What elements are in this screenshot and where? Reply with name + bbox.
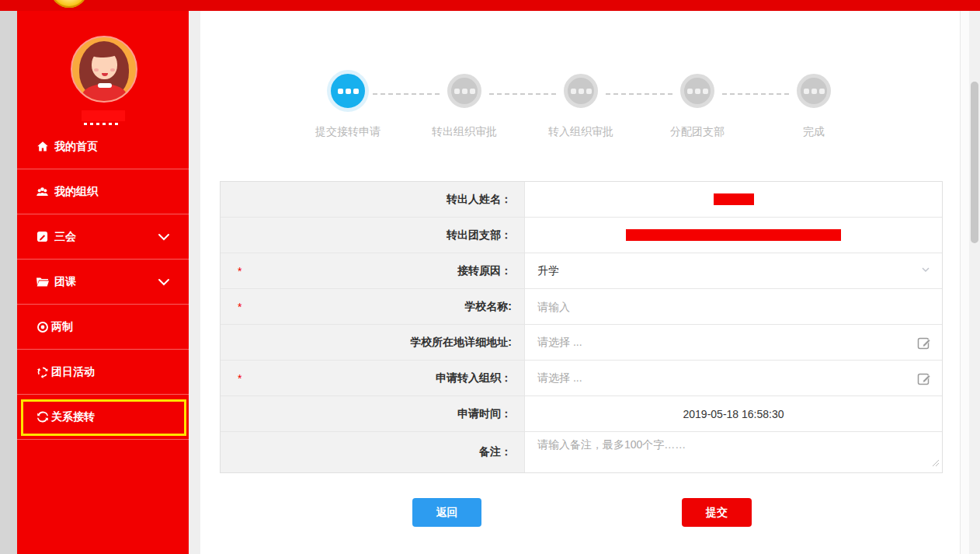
sidebar-item-label: 两制 — [51, 320, 73, 334]
field-label: 接转原因： — [457, 264, 512, 278]
application-time-value: 2019-05-18 16:58:30 — [683, 408, 784, 420]
step-incoming-approval: 转入组织审批 — [523, 74, 639, 139]
step-assign-branch: 分配团支部 — [639, 74, 756, 139]
school-address-picker[interactable]: 请选择 ... — [525, 325, 942, 360]
edit-icon[interactable] — [916, 334, 933, 351]
field-label: 转出人姓名： — [447, 193, 512, 207]
transfer-reason-select[interactable]: 升学 — [525, 253, 942, 288]
sidebar-item-league-class[interactable]: 团课 — [17, 260, 189, 305]
avatar-collar — [98, 83, 112, 88]
step-label: 提交接转申请 — [290, 125, 406, 139]
sidebar-item-label: 关系接转 — [51, 410, 95, 424]
form-row-application-time: 申请时间： 2019-05-18 16:58:30 — [221, 396, 942, 432]
folder-icon — [36, 275, 49, 288]
form-row-school-name: * 学校名称: — [221, 289, 942, 325]
username-redaction — [82, 110, 125, 121]
app-root: 我的首页 我的组织 三会 — [0, 0, 980, 554]
home-icon — [36, 140, 49, 153]
redacted-value — [626, 229, 841, 241]
sync-icon — [36, 410, 49, 423]
form-row-transfer-reason: * 接转原因： 升学 — [221, 253, 942, 289]
sidebar-item-label: 我的首页 — [54, 140, 98, 154]
chevron-down-icon — [158, 231, 170, 243]
sidebar-item-league-day[interactable]: 团日活动 — [17, 350, 189, 395]
remarks-textarea[interactable] — [537, 432, 930, 472]
target-organization-picker[interactable]: 请选择 ... — [525, 361, 942, 395]
avatar — [71, 36, 137, 103]
edit-icon[interactable] — [916, 370, 933, 387]
step-circle — [680, 74, 714, 108]
step-circle — [447, 74, 481, 108]
form-row-target-organization: * 申请转入组织： 请选择 ... — [221, 361, 942, 396]
field-label: 备注： — [479, 445, 512, 459]
form-row-school-address: 学校所在地详细地址: 请选择 ... — [221, 325, 942, 361]
required-asterisk: * — [238, 265, 242, 277]
field-label: 学校所在地详细地址: — [410, 336, 512, 350]
picker-placeholder: 请选择 ... — [537, 336, 582, 350]
users-icon — [36, 185, 49, 198]
field-label: 学校名称: — [464, 300, 512, 314]
avatar-blush — [110, 68, 115, 71]
step-complete: 完成 — [756, 74, 872, 139]
sidebar-item-relationship-transfer[interactable]: 关系接转 — [17, 395, 189, 440]
field-label: 申请时间： — [457, 407, 512, 421]
form-row-remarks: 备注： — [221, 432, 942, 472]
transfer-form: 转出人姓名： 转出团支部： * 接转原因： 升学 * 学校名称: — [220, 181, 943, 473]
recycle-icon — [36, 365, 49, 378]
step-submit-application: 提交接转申请 — [290, 74, 406, 139]
sidebar-item-label: 三会 — [54, 230, 76, 244]
redacted-value — [714, 193, 754, 205]
top-bar — [0, 0, 980, 11]
sidebar-item-two-systems[interactable]: 两制 — [17, 305, 189, 350]
step-label: 转入组织审批 — [523, 125, 639, 139]
picker-placeholder: 请选择 ... — [537, 371, 582, 385]
left-edge-strip — [0, 11, 17, 554]
field-label: 申请转入组织： — [436, 371, 512, 385]
form-row-transferor-name: 转出人姓名： — [221, 182, 942, 218]
league-emblem-icon — [51, 0, 87, 8]
step-circle-active — [331, 74, 365, 108]
sidebar-menu: 我的首页 我的组织 三会 — [17, 124, 189, 440]
step-label: 完成 — [756, 125, 872, 139]
scrollbar-thumb[interactable] — [971, 82, 978, 243]
target-icon — [36, 320, 49, 333]
step-circle — [564, 74, 598, 108]
submit-button[interactable]: 提交 — [682, 498, 752, 527]
back-button[interactable]: 返回 — [412, 498, 481, 527]
school-name-input[interactable] — [537, 301, 930, 313]
sidebar-item-label: 团日活动 — [51, 365, 95, 379]
chevron-down-icon — [158, 276, 170, 288]
edit-square-icon — [36, 230, 49, 243]
resize-handle-icon[interactable] — [932, 456, 940, 470]
step-label: 分配团支部 — [639, 125, 756, 139]
step-outgoing-approval: 转出组织审批 — [406, 74, 523, 139]
sidebar-item-home[interactable]: 我的首页 — [17, 124, 189, 169]
required-asterisk: * — [238, 301, 242, 313]
field-label: 转出团支部： — [447, 228, 512, 242]
sidebar-item-organization[interactable]: 我的组织 — [17, 169, 189, 214]
form-row-outgoing-branch: 转出团支部： — [221, 218, 942, 253]
sidebar: 我的首页 我的组织 三会 — [17, 11, 189, 554]
avatar-blush — [94, 68, 99, 71]
scrollbar-gutter — [960, 11, 969, 554]
step-circle — [797, 74, 831, 108]
selected-value: 升学 — [537, 264, 559, 278]
sidebar-item-label: 团课 — [54, 275, 76, 289]
sidebar-item-label: 我的组织 — [54, 185, 98, 199]
required-asterisk: * — [238, 372, 242, 385]
step-label: 转出组织审批 — [406, 125, 523, 139]
chevron-down-icon — [920, 264, 931, 278]
sidebar-item-three-meetings[interactable]: 三会 — [17, 214, 189, 260]
